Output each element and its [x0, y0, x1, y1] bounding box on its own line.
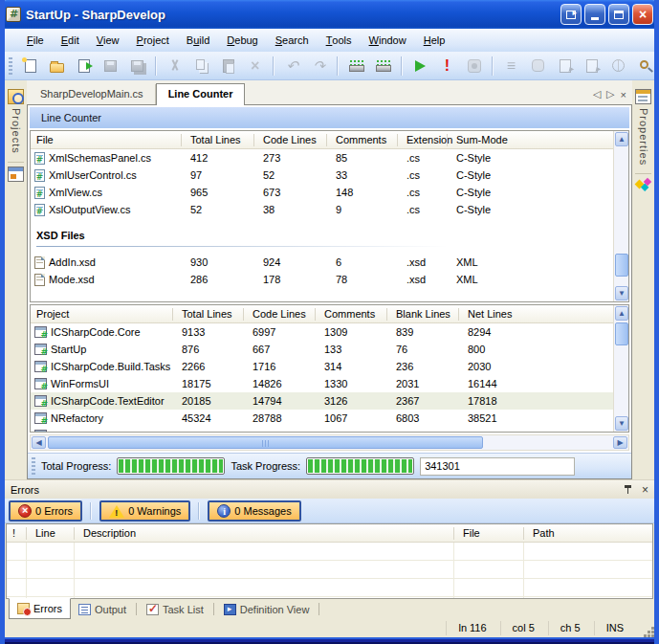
scroll-thumb[interactable]	[48, 436, 483, 449]
redo-icon[interactable]	[310, 56, 328, 76]
project-row[interactable]: WinFormsUI 18175 14826 1330 2031 16144	[31, 375, 613, 392]
column-header[interactable]: Path	[523, 527, 652, 540]
toolbox-icon[interactable]	[635, 178, 651, 193]
rebuild-icon[interactable]	[374, 56, 392, 76]
column-header[interactable]: Total Lines	[181, 134, 253, 146]
step-into-icon[interactable]	[556, 56, 574, 76]
resize-grip[interactable]	[639, 622, 652, 635]
file-row[interactable]: AddIn.xsd 930 924 6 .xsd XML	[31, 254, 613, 271]
tab-definition-view[interactable]: Definition View	[216, 599, 318, 619]
column-header[interactable]: Code Lines	[253, 134, 326, 146]
scroll-up-icon[interactable]: ▲	[615, 306, 628, 321]
toolbar-separator[interactable]	[155, 56, 157, 76]
toolbar-separator[interactable]	[337, 56, 339, 76]
breakpoint-icon[interactable]	[529, 56, 547, 76]
search-icon[interactable]	[636, 56, 654, 76]
file-row[interactable]: XslOutputView.cs 52 38 9 .cs C-Style	[31, 201, 613, 218]
menu-edit[interactable]: Edit	[53, 29, 88, 52]
minimize-button[interactable]	[584, 4, 605, 25]
scroll-left-icon[interactable]: ◀	[32, 436, 46, 449]
file-row[interactable]: XmlUserControl.cs 97 52 33 .cs C-Style	[31, 167, 613, 184]
column-header[interactable]: Comments	[326, 134, 397, 146]
paste-icon[interactable]	[219, 56, 237, 76]
undo-icon[interactable]	[283, 56, 301, 76]
menu-window[interactable]: Window	[361, 29, 415, 52]
scroll-down-icon[interactable]: ▼	[615, 286, 628, 300]
warnings-filter-button[interactable]: 0 Warnings	[99, 500, 190, 522]
project-row[interactable]: ICSharpCode.TextEditor 20185 14794 3126 …	[31, 392, 613, 410]
abort-build-icon[interactable]	[438, 56, 456, 76]
project-row[interactable]: NRefactory 45324 28788 1067 6803 38521	[31, 410, 613, 427]
save-all-icon[interactable]	[128, 56, 146, 76]
tab-sharpdevelopmain[interactable]: SharpDevelopMain.cs	[29, 84, 156, 104]
pin-icon[interactable]	[624, 485, 632, 495]
horizontal-scrollbar[interactable]: ◀ ▶	[30, 434, 629, 451]
delete-icon[interactable]	[246, 56, 264, 76]
column-header[interactable]: Project	[31, 308, 172, 321]
column-header[interactable]: Net Lines	[458, 308, 613, 321]
tab-scroll-left-icon[interactable]: ◁	[593, 88, 601, 100]
tab-errors[interactable]: Errors	[9, 598, 71, 619]
toggle-window-button[interactable]	[560, 4, 582, 25]
column-header[interactable]: Sum-Mode	[447, 134, 613, 146]
profiler-icon[interactable]	[465, 56, 483, 76]
toolbar-separator[interactable]	[492, 56, 494, 76]
projects-table-scrollbar[interactable]: ▲ ▼	[613, 305, 628, 432]
classes-icon[interactable]	[8, 167, 24, 182]
cut-icon[interactable]	[165, 56, 184, 76]
maximize-button[interactable]	[608, 4, 629, 25]
menu-tools[interactable]: Tools	[318, 29, 361, 52]
project-row[interactable]: StartUp 876 667 133 76 800	[31, 341, 613, 358]
project-row[interactable]: ICSharpCode.Build.Tasks 2266 1716 314 23…	[31, 358, 613, 375]
file-row[interactable]: XmlView.cs 965 673 148 .cs C-Style	[31, 184, 613, 201]
run-icon[interactable]	[411, 56, 429, 76]
panel-close-icon[interactable]: ×	[642, 483, 648, 497]
scroll-thumb[interactable]	[615, 322, 628, 345]
tab-close-icon[interactable]: ×	[621, 89, 626, 100]
toolbar-separator[interactable]	[401, 56, 403, 76]
menu-search[interactable]: Search	[267, 29, 318, 52]
sidebar-tab-projects[interactable]: Projects	[8, 82, 24, 163]
scroll-down-icon[interactable]: ▼	[615, 416, 628, 431]
errors-filter-button[interactable]: 0 Errors	[9, 500, 82, 522]
column-header[interactable]: Code Lines	[243, 308, 315, 321]
scroll-right-icon[interactable]: ▶	[613, 436, 627, 449]
tab-line-counter[interactable]: Line Counter	[156, 83, 246, 105]
tab-scroll-right-icon[interactable]: ▷	[606, 88, 614, 100]
toolbar-grip[interactable]	[9, 57, 12, 75]
scroll-up-icon[interactable]: ▲	[615, 132, 628, 146]
menu-project[interactable]: Project	[128, 29, 178, 52]
progress-toolbar-grip[interactable]	[32, 457, 35, 475]
menu-view[interactable]: View	[88, 29, 128, 52]
column-header[interactable]: Description	[74, 527, 453, 540]
format-icon[interactable]	[502, 56, 520, 76]
save-as-icon[interactable]	[75, 56, 93, 76]
project-row[interactable]: ICSharpCode.Core 9133 6997 1309 839 8294	[31, 323, 613, 341]
new-file-icon[interactable]	[21, 56, 39, 76]
files-table-scrollbar[interactable]: ▲ ▼	[613, 131, 628, 301]
web-browser-icon[interactable]	[609, 56, 627, 76]
column-header[interactable]: Comments	[315, 308, 386, 321]
column-header[interactable]: File	[31, 134, 181, 146]
tab-task-list[interactable]: Task List	[139, 599, 211, 619]
open-file-icon[interactable]	[48, 56, 66, 76]
scroll-thumb[interactable]	[615, 254, 628, 277]
column-header[interactable]: File	[453, 527, 523, 540]
column-header[interactable]: Blank Lines	[386, 308, 458, 321]
menu-debug[interactable]: Debug	[218, 29, 266, 52]
menu-help[interactable]: Help	[415, 29, 454, 52]
file-row[interactable]: XmlSchemasPanel.cs 412 273 85 .cs C-Styl…	[31, 149, 613, 167]
toolbar-separator[interactable]	[273, 56, 275, 76]
save-icon[interactable]	[101, 56, 120, 76]
tab-output[interactable]: Output	[71, 599, 134, 619]
menu-build[interactable]: Build	[178, 29, 218, 52]
file-row[interactable]: Mode.xsd 286 178 78 .xsd XML	[31, 271, 613, 288]
close-button[interactable]: ×	[632, 4, 653, 25]
column-header[interactable]: !	[7, 527, 26, 540]
column-header[interactable]: Extension	[397, 134, 447, 146]
column-header[interactable]: Line	[26, 527, 74, 540]
copy-icon[interactable]	[192, 56, 210, 76]
menu-file[interactable]: File	[18, 29, 53, 52]
project-row-clipped[interactable]	[31, 427, 613, 432]
messages-filter-button[interactable]: 0 Messages	[208, 500, 300, 522]
